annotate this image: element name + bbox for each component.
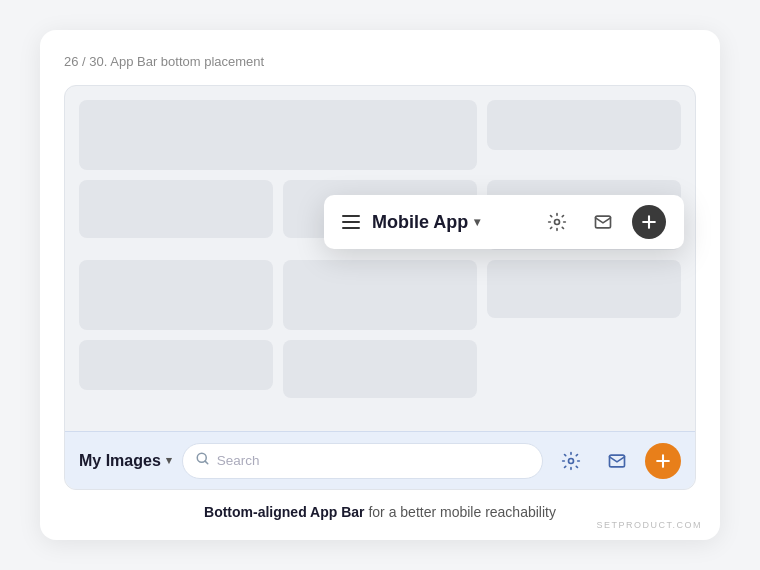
chevron-down-icon: ▾ [166, 454, 172, 467]
brand-label: SETPRODUCT.COM [596, 520, 702, 530]
gear-icon [547, 212, 567, 232]
gear-icon [561, 451, 581, 471]
search-icon [195, 451, 210, 470]
app-name-label: My Images [79, 452, 161, 470]
mail-button[interactable] [599, 443, 635, 479]
caption: Bottom-aligned App Bar for a better mobi… [64, 504, 696, 520]
breadcrumb: 26 / 30. App Bar bottom placement [64, 54, 696, 69]
caption-bold: Bottom-aligned App Bar [204, 504, 364, 520]
content-block [487, 100, 681, 150]
svg-point-1 [569, 458, 574, 463]
phone-content [65, 86, 695, 431]
mail-icon [593, 212, 613, 232]
add-button[interactable] [645, 443, 681, 479]
caption-rest: for a better mobile reachability [365, 504, 556, 520]
demo-area: My Images ▾ Search [64, 85, 696, 490]
top-mail-button[interactable] [586, 205, 620, 239]
mail-icon [607, 451, 627, 471]
hamburger-button[interactable] [342, 215, 360, 229]
svg-point-3 [555, 220, 560, 225]
content-block [487, 260, 681, 318]
app-name-button[interactable]: My Images ▾ [79, 452, 172, 470]
main-card: 26 / 30. App Bar bottom placement My Ima… [40, 30, 720, 540]
content-block [79, 340, 273, 390]
top-add-button[interactable] [632, 205, 666, 239]
top-settings-button[interactable] [540, 205, 574, 239]
search-bar[interactable]: Search [182, 443, 543, 479]
app-title: Mobile App ▾ [372, 212, 528, 233]
search-placeholder: Search [217, 453, 260, 468]
top-app-bar: Mobile App ▾ [324, 195, 684, 249]
title-chevron-icon: ▾ [474, 215, 480, 229]
content-block [79, 180, 273, 238]
content-block [283, 260, 477, 330]
content-block [79, 100, 477, 170]
content-block [283, 340, 477, 398]
content-block [79, 260, 273, 330]
plus-icon [653, 451, 673, 471]
plus-icon [639, 212, 659, 232]
phone-mockup: My Images ▾ Search [64, 85, 696, 490]
settings-button[interactable] [553, 443, 589, 479]
hamburger-line [342, 221, 360, 223]
app-title-text: Mobile App [372, 212, 468, 233]
bottom-app-bar: My Images ▾ Search [65, 431, 695, 489]
hamburger-line [342, 215, 360, 217]
hamburger-line [342, 227, 360, 229]
